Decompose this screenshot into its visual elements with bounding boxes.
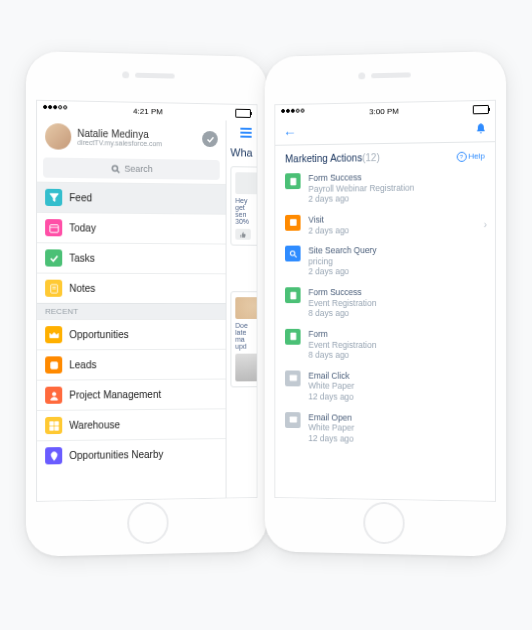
funnel-icon (45, 189, 62, 206)
svg-rect-2 (49, 224, 57, 232)
svg-rect-12 (55, 426, 58, 429)
nav-item-notes[interactable]: Notes (37, 273, 226, 304)
recent-item[interactable]: Warehouse (37, 408, 226, 440)
phone-mock-right: 3:00 PM ← Marketing Actions(12) Help For… (265, 51, 506, 557)
chevron-right-icon: › (484, 218, 487, 229)
section-header: Marketing Actions(12) Help (275, 142, 495, 168)
home-button-right (363, 502, 405, 545)
action-row[interactable]: Email ClickWhite Paper12 days ago (275, 365, 495, 408)
status-time: 4:21 PM (133, 106, 162, 116)
search-icon (285, 246, 301, 262)
svg-point-8 (52, 392, 55, 395)
nav-item-today[interactable]: Today (37, 212, 226, 244)
nav-item-tasks[interactable]: Tasks (37, 242, 226, 273)
avatar (45, 123, 71, 150)
recent-header: RECENT (37, 303, 226, 319)
user-icon (45, 387, 62, 404)
search-icon (112, 164, 121, 173)
bell-icon[interactable] (475, 122, 487, 136)
svg-line-19 (294, 255, 296, 257)
nav-item-feed[interactable]: Feed (37, 182, 226, 214)
nav-drawer: Natalie Medinya directTV.my.salesforce.c… (37, 117, 227, 501)
mail-icon (285, 370, 301, 386)
action-row[interactable]: FormEvent Registration8 days ago (275, 324, 495, 367)
note-icon (45, 280, 62, 297)
content-peek: Wha Hey get sen 30% Doe late ma (227, 120, 257, 497)
home-button-left (127, 502, 169, 545)
doc-icon (285, 329, 301, 345)
recent-item[interactable]: Opportunities Nearby (37, 438, 226, 471)
pin-icon (45, 447, 62, 464)
square-icon (285, 215, 301, 231)
box-icon (45, 356, 62, 373)
action-row[interactable]: Visit2 days ago› (275, 208, 495, 241)
back-button[interactable]: ← (283, 125, 297, 141)
action-row[interactable]: Form SuccessEvent Registration8 days ago (275, 282, 495, 324)
recent-item[interactable]: Opportunities (37, 319, 226, 349)
svg-rect-7 (50, 362, 57, 369)
help-link[interactable]: Help (456, 151, 485, 162)
svg-rect-29 (289, 417, 296, 423)
svg-line-1 (117, 170, 119, 172)
action-row[interactable]: Email OpenWhite Paper12 days ago (275, 407, 495, 451)
svg-rect-10 (55, 421, 58, 424)
hamburger-icon[interactable] (240, 126, 252, 140)
profile-sub: directTV.my.salesforce.com (77, 139, 196, 148)
peek-card: Doe late ma upd (230, 291, 256, 387)
peek-card: Hey get sen 30% (230, 166, 256, 246)
check-icon[interactable] (202, 131, 218, 147)
search-placeholder: Search (124, 164, 152, 174)
profile-header[interactable]: Natalie Medinya directTV.my.salesforce.c… (37, 117, 226, 158)
mail-icon (285, 412, 301, 428)
svg-rect-28 (289, 375, 296, 381)
search-input[interactable]: Search (43, 157, 220, 179)
svg-rect-11 (49, 426, 52, 429)
svg-point-18 (290, 251, 294, 255)
check-icon (45, 249, 62, 266)
calendar-icon (45, 219, 62, 236)
action-row[interactable]: Site Search Querypricing2 days ago (275, 239, 495, 282)
phone-mock-left: 4:21 PM Natalie Medinya directTV.my.sale… (26, 51, 267, 557)
status-time: 3:00 PM (369, 106, 398, 116)
thumbs-up-icon[interactable] (235, 229, 251, 240)
doc-icon (285, 287, 301, 303)
svg-rect-9 (49, 421, 52, 424)
recent-item[interactable]: Project Management (37, 379, 226, 410)
peek-header: Wha (230, 146, 252, 158)
crown-icon (45, 326, 62, 343)
action-row[interactable]: Form SuccessPayroll Webinar Registration… (275, 165, 495, 210)
svg-point-0 (113, 165, 118, 170)
recent-item[interactable]: Leads (37, 349, 226, 380)
grid-icon (45, 417, 62, 434)
svg-rect-17 (290, 219, 297, 226)
doc-icon (285, 173, 301, 189)
